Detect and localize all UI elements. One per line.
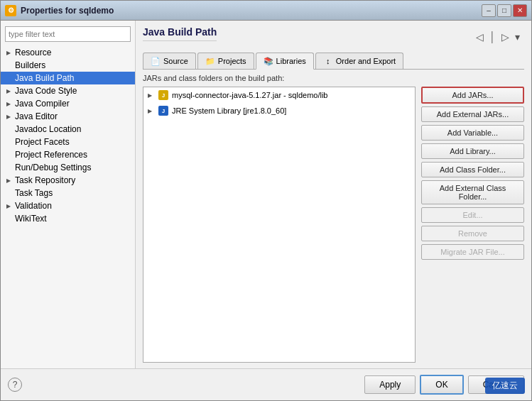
jre-icon: J [158, 105, 169, 116]
sidebar-item-project-facets[interactable]: Project Facets [1, 136, 135, 148]
source-icon: 📄 [151, 56, 161, 66]
tab-libraries[interactable]: 📚Libraries [256, 53, 314, 70]
tab-label: Order and Export [336, 57, 396, 65]
nav-arrows: ◁ │ ▷ ▾ [474, 31, 521, 43]
maximize-button[interactable]: □ [497, 4, 511, 17]
sidebar-item-java-editor[interactable]: ▶Java Editor [1, 110, 135, 123]
projects-icon: 📁 [205, 56, 215, 66]
sidebar-item-label: Validation [15, 201, 52, 211]
separator: │ [488, 31, 497, 43]
chevron-right-icon: ▶ [6, 203, 11, 209]
sidebar-item-task-repository[interactable]: ▶Task Repository [1, 174, 135, 187]
chevron-right-icon: ▶ [6, 101, 11, 107]
titlebar-title: Properties for sqldemo [21, 6, 482, 16]
chevron-right-icon: ▶ [6, 88, 11, 94]
buttons-panel: Add JARs...Add External JARs...Add Varia… [421, 87, 524, 363]
sidebar-item-project-references[interactable]: Project References [1, 148, 135, 161]
tree-area[interactable]: ▶Jmysql-connector-java-5.1.27.jar - sqld… [143, 87, 416, 363]
tree-item-label: mysql-connector-java-5.1.27.jar - sqldem… [172, 91, 327, 99]
chevron-right-icon: ▶ [6, 50, 11, 56]
add-external-jars-button[interactable]: Add External JARs... [421, 106, 524, 122]
sidebar-item-wikitext[interactable]: WikiText [1, 212, 135, 225]
tabs: 📄Source📁Projects📚Libraries↕Order and Exp… [143, 53, 524, 70]
sidebar-item-builders[interactable]: Builders [1, 59, 135, 72]
sidebar-item-task-tags[interactable]: Task Tags [1, 187, 135, 199]
filter-input[interactable] [9, 30, 127, 38]
tab-projects[interactable]: 📁Projects [197, 53, 254, 69]
remove-button: Remove [421, 226, 524, 241]
ok-button[interactable]: OK [420, 375, 463, 395]
tree-item-jre-system[interactable]: ▶JJRE System Library [jre1.8.0_60] [143, 103, 415, 119]
tree-expand-icon: ▶ [148, 108, 155, 114]
add-external-class-folder-button[interactable]: Add External Class Folder... [421, 180, 524, 204]
sidebar-item-label: Java Build Path [15, 73, 74, 83]
help-button[interactable]: ? [8, 378, 22, 392]
header-row: Java Build Path ◁ │ ▷ ▾ [143, 26, 524, 47]
main-title: Java Build Path [143, 26, 217, 41]
sidebar-item-label: Java Editor [15, 111, 58, 121]
sidebar-item-label: Java Code Style [15, 86, 77, 96]
forward-button[interactable]: ▷ [500, 31, 511, 43]
back-button[interactable]: ◁ [474, 31, 485, 43]
sidebar-item-label: Task Repository [15, 175, 75, 185]
tab-label: Source [163, 57, 188, 65]
sidebar-item-label: Project Facets [15, 137, 70, 147]
sidebar-item-java-compiler[interactable]: ▶Java Compiler [1, 97, 135, 110]
sidebar-item-label: Task Tags [15, 188, 53, 198]
tree-buttons-area: ▶Jmysql-connector-java-5.1.27.jar - sqld… [143, 87, 524, 363]
properties-dialog: ⚙ Properties for sqldemo – □ ✕ ▶Resource… [0, 0, 532, 401]
sidebar-items: ▶ResourceBuildersJava Build Path▶Java Co… [1, 46, 135, 225]
close-button[interactable]: ✕ [513, 4, 527, 17]
tab-order-export[interactable]: ↕Order and Export [315, 53, 403, 69]
add-library-button[interactable]: Add Library... [421, 143, 524, 159]
description-text: JARs and class folders on the build path… [143, 74, 524, 82]
libraries-icon: 📚 [264, 56, 273, 66]
footer: ? Apply OK Cancel [1, 368, 531, 400]
order-icon: ↕ [323, 56, 333, 66]
tree-item-label: JRE System Library [jre1.8.0_60] [172, 106, 286, 115]
tab-source[interactable]: 📄Source [143, 53, 196, 69]
chevron-right-icon: ▶ [6, 177, 11, 184]
sidebar-item-resource[interactable]: ▶Resource [1, 46, 135, 59]
sidebar-item-java-build-path[interactable]: Java Build Path [1, 72, 135, 84]
sidebar-item-label: Project References [15, 150, 87, 160]
tab-label: Libraries [276, 57, 306, 65]
sidebar-item-validation[interactable]: ▶Validation [1, 199, 135, 212]
filter-box[interactable] [5, 26, 131, 42]
sidebar-item-run-debug-settings[interactable]: Run/Debug Settings [1, 161, 135, 174]
sidebar-item-label: Builders [15, 60, 45, 70]
watermark: 亿速云 [485, 378, 525, 394]
main-panel: Java Build Path ◁ │ ▷ ▾ 📄Source📁Projects… [136, 21, 531, 368]
titlebar: ⚙ Properties for sqldemo – □ ✕ [1, 1, 531, 21]
sidebar-item-label: Run/Debug Settings [15, 163, 91, 172]
add-variable-button[interactable]: Add Variable... [421, 125, 524, 141]
chevron-right-icon: ▶ [6, 114, 11, 120]
sidebar-item-java-code-style[interactable]: ▶Java Code Style [1, 84, 135, 97]
footer-left: ? [8, 378, 360, 392]
add-jars-button[interactable]: Add JARs... [421, 87, 524, 104]
sidebar-item-label: Java Compiler [15, 99, 70, 109]
sidebar-item-label: Javadoc Location [15, 124, 81, 134]
titlebar-buttons: – □ ✕ [482, 4, 527, 17]
tree-expand-icon: ▶ [148, 92, 155, 99]
content-area: ▶ResourceBuildersJava Build Path▶Java Co… [1, 21, 531, 368]
dropdown-button[interactable]: ▾ [514, 31, 521, 43]
tree-item-mysql-jar[interactable]: ▶Jmysql-connector-java-5.1.27.jar - sqld… [143, 87, 415, 103]
apply-button[interactable]: Apply [364, 375, 416, 394]
sidebar-item-label: Resource [15, 48, 51, 57]
titlebar-icon: ⚙ [5, 5, 16, 16]
sidebar: ▶ResourceBuildersJava Build Path▶Java Co… [1, 21, 136, 368]
minimize-button[interactable]: – [482, 4, 496, 17]
migrate-jar-button: Migrate JAR File... [421, 244, 524, 260]
jar-icon: J [158, 89, 169, 101]
edit-button: Edit... [421, 207, 524, 223]
tab-label: Projects [218, 57, 246, 65]
add-class-folder-button[interactable]: Add Class Folder... [421, 162, 524, 177]
sidebar-item-javadoc-location[interactable]: Javadoc Location [1, 123, 135, 136]
sidebar-item-label: WikiText [15, 214, 47, 224]
